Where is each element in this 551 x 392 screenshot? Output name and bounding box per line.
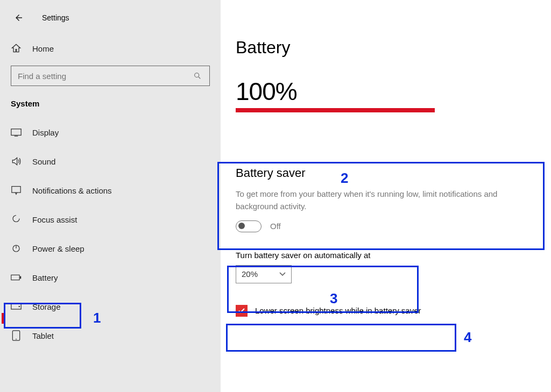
sidebar-item-label: Display (32, 128, 59, 137)
notifications-icon (11, 185, 22, 196)
sidebar-item-focus-assist[interactable]: Focus assist (0, 205, 221, 234)
svg-rect-2 (11, 129, 21, 135)
sidebar-item-label: Notifications & actions (32, 186, 112, 195)
auto-on-dropdown[interactable]: 20% (236, 265, 292, 283)
tablet-icon (11, 330, 22, 341)
sidebar-item-power-sleep[interactable]: Power & sleep (0, 234, 221, 263)
sidebar-item-label: Focus assist (32, 215, 77, 224)
home-icon (11, 43, 22, 54)
sound-icon (11, 156, 22, 167)
settings-sidebar: Settings Home System Display Sound Notif… (0, 0, 221, 392)
battery-saver-section: Battery saver To get more from your batt… (236, 166, 536, 232)
display-icon (11, 127, 22, 138)
sidebar-item-label: Tablet (32, 331, 54, 340)
battery-icon (11, 272, 22, 283)
brightness-checkbox-label: Lower screen brightness while in battery… (255, 306, 421, 315)
brightness-checkbox[interactable] (236, 305, 248, 317)
annotation-highlight (2, 313, 5, 324)
sidebar-item-sound[interactable]: Sound (0, 147, 221, 176)
power-icon (11, 243, 22, 254)
sidebar-item-storage[interactable]: Storage (0, 292, 221, 321)
window-title: Settings (42, 13, 69, 22)
svg-point-12 (16, 339, 17, 340)
battery-level: 100% (236, 77, 536, 112)
battery-saver-toggle-label: Off (270, 222, 281, 231)
svg-point-0 (195, 73, 199, 77)
storage-icon (11, 301, 22, 312)
svg-rect-7 (11, 275, 19, 280)
sidebar-home-label: Home (32, 44, 54, 53)
search-input[interactable] (18, 72, 185, 81)
sidebar-item-label: Power & sleep (32, 244, 84, 253)
main-content: Battery 100% Battery saver To get more f… (221, 0, 551, 392)
auto-on-label: Turn battery saver on automatically at (236, 251, 536, 260)
page-title: Battery (236, 38, 536, 58)
brightness-checkbox-row[interactable]: Lower screen brightness while in battery… (236, 305, 536, 317)
auto-on-section: Turn battery saver on automatically at 2… (236, 251, 536, 283)
sidebar-item-display[interactable]: Display (0, 118, 221, 147)
battery-saver-description: To get more from your battery when it's … (236, 188, 536, 213)
search-box[interactable] (11, 66, 210, 86)
sidebar-item-label: Sound (32, 157, 55, 166)
battery-bar-highlight (236, 108, 435, 112)
svg-line-1 (199, 77, 200, 79)
focus-assist-icon (11, 214, 22, 225)
battery-saver-heading: Battery saver (236, 166, 536, 180)
sidebar-item-battery[interactable]: Battery (0, 263, 221, 292)
svg-point-10 (19, 306, 20, 308)
back-icon[interactable] (11, 10, 27, 26)
sidebar-item-notifications[interactable]: Notifications & actions (0, 176, 221, 205)
sidebar-home[interactable]: Home (0, 37, 221, 66)
search-icon (192, 70, 203, 81)
sidebar-category-heading: System (0, 99, 221, 118)
svg-rect-8 (20, 276, 21, 279)
auto-on-value: 20% (242, 269, 258, 279)
sidebar-item-label: Storage (32, 302, 61, 311)
sidebar-item-tablet[interactable]: Tablet (0, 321, 221, 350)
battery-percent-value: 100% (236, 77, 536, 106)
sidebar-item-label: Battery (32, 273, 58, 282)
battery-saver-toggle[interactable] (236, 220, 262, 232)
top-bar: Settings (0, 6, 221, 37)
chevron-down-icon (279, 269, 286, 279)
svg-rect-4 (12, 187, 20, 193)
